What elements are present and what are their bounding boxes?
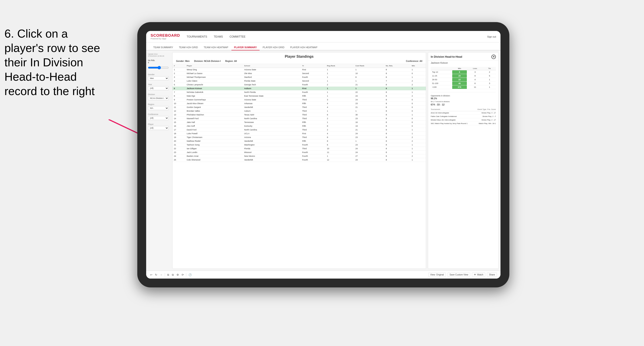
- refresh-icon[interactable]: ⟳: [181, 273, 184, 277]
- table-row[interactable]: 7 Nicholas Gabrelcik North Florida Fourt…: [172, 90, 426, 94]
- cell-win: 1: [410, 113, 426, 117]
- cell-num: 16: [172, 124, 185, 128]
- cell-rds: 8: [384, 98, 410, 102]
- standings-title: Player Standings: [176, 55, 422, 59]
- table-row[interactable]: 17 David Ford North Carolina Third 2 21 …: [172, 128, 426, 132]
- settings-icon[interactable]: ⚙: [176, 273, 180, 277]
- clock-icon[interactable]: 🕐: [188, 273, 192, 277]
- nav-committee[interactable]: COMMITTEE: [230, 34, 246, 39]
- table-row[interactable]: 10 Jacob Mou-Olesen Arkansas Fifth 4 23 …: [172, 102, 426, 105]
- table-row[interactable]: 24 Bastien Amat New Mexico Fourth 1 27 8…: [172, 154, 426, 158]
- table-row[interactable]: 1 Wenyi Ding Arizona State First 1 1 8 1: [172, 68, 426, 72]
- cell-win: 0: [410, 124, 426, 128]
- cell-win: 1: [410, 75, 426, 79]
- cell-yr: Third: [301, 98, 326, 102]
- view-original-button[interactable]: View: Original: [428, 273, 446, 277]
- cell-school: Auburn: [243, 109, 301, 113]
- save-custom-button[interactable]: Save Custom View: [448, 273, 470, 277]
- cell-yr: Fifth: [301, 121, 326, 124]
- col-yr: Yr: [301, 64, 326, 68]
- table-row[interactable]: 14 Maxwell Ford North Carolina Third 2 2…: [172, 117, 426, 121]
- table-row[interactable]: 8 Mats Ege East Tennessee State Fifth 1 …: [172, 94, 426, 98]
- cell-conf: 24: [354, 98, 384, 102]
- cell-reg: 11: [326, 151, 354, 154]
- redo-icon[interactable]: ↻: [154, 273, 158, 277]
- cell-school: North Carolina: [243, 128, 301, 132]
- cell-school: North Carolina: [243, 117, 301, 121]
- table-row[interactable]: 22 Ian Gilligan Florida Third 10 24 8 1: [172, 147, 426, 151]
- tab-team-h2h-grid[interactable]: TEAM H2H GRID: [176, 45, 201, 50]
- h2h-close-button[interactable]: ✕: [492, 55, 496, 59]
- cell-conf: 21: [354, 128, 384, 132]
- player-select[interactable]: (All): [148, 126, 169, 130]
- copy-icon[interactable]: ⧉: [167, 273, 170, 277]
- cell-reg: 1: [326, 154, 354, 158]
- table-row[interactable]: 19 Tiger Christensen Arizona Third 8 23 …: [172, 136, 426, 139]
- cell-player: Christo Lamprecht: [185, 83, 243, 87]
- tournament-name: Mirabel Maui Jim Intercollegiate: [431, 119, 480, 121]
- table-row[interactable]: 16 Alex Goff Kentucky Fifth 8 19 8 0: [172, 124, 426, 128]
- table-row[interactable]: 9 Preston Summerhays Arizona State Third…: [172, 98, 426, 102]
- cell-school: Texas A&M: [243, 113, 301, 117]
- tab-player-h2h-heatmap[interactable]: PLAYER H2H HEATMAP: [288, 45, 320, 50]
- tab-team-h2h-heatmap[interactable]: TEAM H2H HEATMAP: [201, 45, 231, 50]
- conference-section: Conference (All): [148, 113, 169, 120]
- h2h-wl-label: W-L-T record in-division:: [431, 101, 496, 103]
- table-row[interactable]: 18 Luke Powell UCLA First 4 24 8 1: [172, 132, 426, 136]
- gender-select[interactable]: Men: [148, 76, 169, 80]
- table-row[interactable]: 11 Gordon Sargent Vanderbilt Third 4 21 …: [172, 105, 426, 109]
- table-row[interactable]: 15 Jake Hall Tennessee Fifth 1 16 8 0: [172, 121, 426, 124]
- table-row[interactable]: 20 Matthew Riedel Vanderbilt Fifth 8 1 8…: [172, 139, 426, 143]
- table-row[interactable]: 25 Cole Sherwood Vanderbilt Fourth 12 23…: [172, 158, 426, 162]
- cell-reg: 2: [326, 83, 354, 87]
- h2h-stats-table: Win Loss Tie Top 10 8 3 2 11-25 20 9 5 2…: [431, 67, 496, 89]
- tab-player-summary[interactable]: PLAYER SUMMARY: [232, 45, 260, 50]
- cell-yr: Second: [301, 79, 326, 83]
- conference-select[interactable]: (All): [148, 116, 169, 120]
- table-row[interactable]: 12 Brendan Valles Auburn Third 1 1 8 0: [172, 109, 426, 113]
- toolbar-divider-2: [186, 273, 186, 277]
- nav-tournaments[interactable]: TOURNAMENTS: [187, 34, 207, 39]
- table-row[interactable]: 3 Michael Thorbjornsen Stanford Fourth 1…: [172, 75, 426, 79]
- tab-player-h2h-grid[interactable]: PLAYER H2H GRID: [260, 45, 287, 50]
- cell-player: Alex Goff: [185, 124, 243, 128]
- undo-icon[interactable]: ↩: [150, 273, 153, 277]
- cell-num: 5: [172, 83, 185, 87]
- sub-nav: TEAM SUMMARY TEAM H2H GRID TEAM H2H HEAT…: [146, 42, 500, 50]
- h2h-tie: 1: [483, 85, 496, 89]
- cell-reg: 10: [326, 147, 354, 151]
- table-row[interactable]: 23 Jack Lundin Missouri Fourth 11 24 8 1: [172, 151, 426, 154]
- toolbar-divider-1: [165, 273, 165, 277]
- rounds-slider[interactable]: [148, 66, 169, 69]
- sign-out-link[interactable]: Sign out: [487, 35, 496, 38]
- h2h-stat-row: Top 10 8 3 2: [431, 70, 496, 74]
- table-row[interactable]: 21 Taehoon Song Washington Fourth 6 23 8…: [172, 143, 426, 147]
- table-row[interactable]: 6 Jackson Koivun Auburn First 1 1 8 1: [172, 87, 426, 90]
- paste-icon[interactable]: ⧉: [172, 273, 174, 277]
- tab-team-summary[interactable]: TEAM SUMMARY: [150, 45, 176, 50]
- forward-icon[interactable]: →: [160, 273, 163, 277]
- cell-reg: 1: [326, 121, 354, 124]
- cell-conf: 1: [354, 68, 384, 72]
- table-row[interactable]: 4 Luke Claton Florida State Second 1 1 7…: [172, 79, 426, 83]
- cell-num: 1: [172, 68, 185, 72]
- cell-reg: 8: [326, 136, 354, 139]
- division-select[interactable]: NCAA Division I: [148, 96, 169, 100]
- cell-reg: 1: [326, 72, 354, 75]
- cell-yr: Third: [301, 147, 326, 151]
- region-select[interactable]: N/A: [148, 106, 169, 110]
- year-select[interactable]: (All): [148, 86, 169, 90]
- cell-school: Vanderbilt: [243, 139, 301, 143]
- cell-conf: 1: [354, 109, 384, 113]
- watch-button[interactable]: 👁 Watch: [472, 273, 485, 277]
- share-button[interactable]: Share: [487, 273, 497, 277]
- table-row[interactable]: 2 Michael La Sasso Ole Miss Second 1 10 …: [172, 72, 426, 75]
- cell-win: 1: [410, 143, 426, 147]
- cell-num: 23: [172, 151, 185, 154]
- cell-player: Ian Gilligan: [185, 147, 243, 151]
- watch-label: Watch: [477, 274, 483, 276]
- table-row[interactable]: 5 Christo Lamprecht Georgia Tech Fourth …: [172, 83, 426, 87]
- nav-teams[interactable]: TEAMS: [214, 34, 223, 39]
- h2h-tournament-header: Tournament Event Type Pos Score: [431, 108, 496, 111]
- table-row[interactable]: 13 Phichaksn Maichon Texas A&M Third 6 3…: [172, 113, 426, 117]
